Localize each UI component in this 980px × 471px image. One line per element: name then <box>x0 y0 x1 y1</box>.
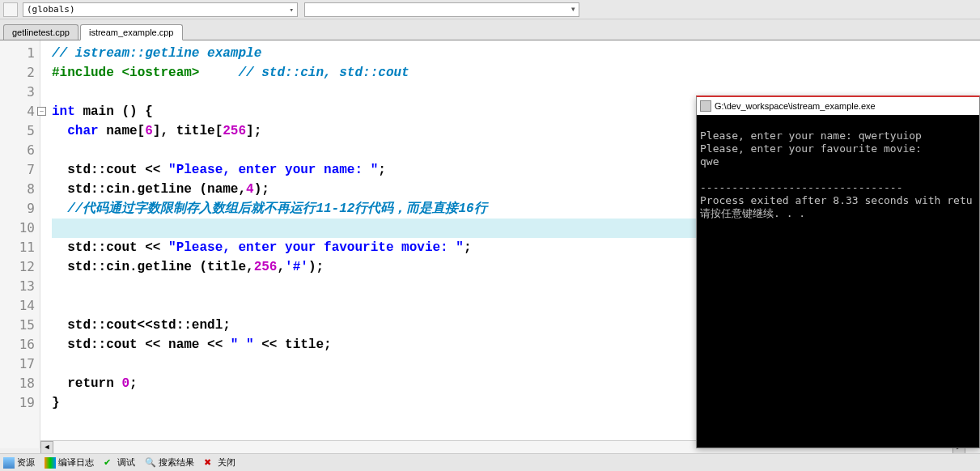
code-line: #include <iostream> // std::cin, std::co… <box>52 63 980 83</box>
tab-getlinetest[interactable]: getlinetest.cpp <box>3 24 78 40</box>
console-line: Please, enter your favourite movie: <box>700 142 922 155</box>
line-num: 13 <box>0 277 40 296</box>
code-line: // istream::getline example <box>52 44 980 63</box>
log-icon <box>45 457 56 469</box>
bottom-compile-log-tab[interactable]: 编译日志 <box>45 456 94 469</box>
tab-label: istream_example.cpp <box>89 28 174 37</box>
bottom-debug-tab[interactable]: ✔ 调试 <box>104 456 135 469</box>
line-num: 12 <box>0 257 40 277</box>
console-title: G:\dev_workspace\istream_example.exe <box>715 101 876 111</box>
bottom-bar: 资源 编译日志 ✔ 调试 🔍 搜索结果 ✖ 关闭 <box>0 453 980 471</box>
console-line: Please, enter your name: qwertyuiop <box>700 129 922 142</box>
tab-istream-example[interactable]: istream_example.cpp <box>80 24 183 40</box>
line-num: 18 <box>0 374 40 393</box>
resource-icon <box>3 457 15 469</box>
console-titlebar[interactable]: G:\dev_workspace\istream_example.exe <box>697 97 979 115</box>
line-num: 14 <box>0 296 40 316</box>
line-num: 5 <box>0 121 40 141</box>
line-num: 19 <box>0 393 40 413</box>
bottom-label: 资源 <box>17 456 35 469</box>
search-icon: 🔍 <box>145 457 156 469</box>
console-line: -------------------------------- <box>700 181 902 193</box>
console-line: Process exited after 8.33 seconds with r… <box>700 194 973 206</box>
scroll-left-icon[interactable]: ◄ <box>40 441 53 454</box>
line-num: 6 <box>0 141 40 160</box>
line-num: 8 <box>0 180 40 199</box>
globals-dropdown[interactable]: (globals) <box>23 2 298 17</box>
bottom-label: 编译日志 <box>58 456 94 469</box>
console-app-icon <box>700 100 711 112</box>
line-num: 9 <box>0 199 40 219</box>
console-line: qwe <box>700 155 719 168</box>
bottom-close-tab[interactable]: ✖ 关闭 <box>204 456 235 469</box>
top-toolbar: (globals) <box>0 0 980 19</box>
bottom-search-tab[interactable]: 🔍 搜索结果 <box>145 456 194 469</box>
line-num: 1 <box>0 44 40 63</box>
line-num: 17 <box>0 354 40 374</box>
console-window: G:\dev_workspace\istream_example.exe Ple… <box>696 95 980 448</box>
line-num: 2 <box>0 63 40 83</box>
tabs-bar: getlinetest.cpp istream_example.cpp <box>0 19 980 40</box>
toolbar-button[interactable] <box>3 2 18 17</box>
debug-icon: ✔ <box>104 457 115 469</box>
globals-label: (globals) <box>27 4 75 15</box>
line-num: 3 <box>0 83 40 102</box>
bottom-label: 关闭 <box>218 456 235 469</box>
symbol-dropdown[interactable] <box>304 2 579 17</box>
line-num: 7 <box>0 160 40 180</box>
gutter: 1 2 3 4− 5 6 7 8 9 10 11 12 13 14 15 16 … <box>0 40 40 448</box>
line-num: 15 <box>0 316 40 335</box>
console-body[interactable]: Please, enter your name: qwertyuiop Plea… <box>697 115 979 222</box>
close-icon: ✖ <box>204 457 215 469</box>
line-num: 11 <box>0 238 40 257</box>
tab-label: getlinetest.cpp <box>12 28 70 37</box>
bottom-resource-tab[interactable]: 资源 <box>3 456 35 469</box>
line-num: 16 <box>0 335 40 354</box>
bottom-label: 调试 <box>117 456 135 469</box>
line-num: 10 <box>0 219 40 238</box>
console-line: 请按任意键继续. . . <box>700 207 805 219</box>
line-num: 4− <box>0 102 40 121</box>
fold-minus-icon[interactable]: − <box>37 107 46 116</box>
bottom-label: 搜索结果 <box>159 456 194 469</box>
